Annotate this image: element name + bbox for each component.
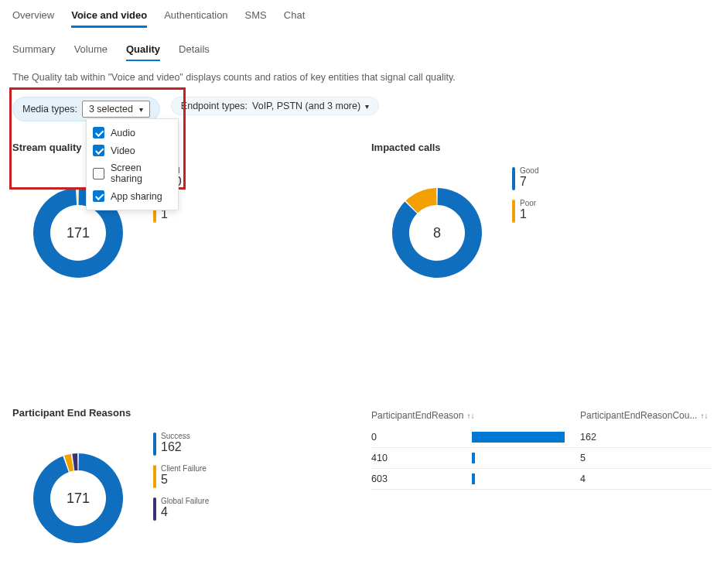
endpoint-types-label: Endpoint types: <box>181 101 248 111</box>
media-option-app-sharing[interactable]: App sharing <box>91 187 173 205</box>
table-cell-count: 162 <box>580 432 712 443</box>
legend-label: Global Failure <box>161 497 209 505</box>
option-label: Audio <box>111 128 135 138</box>
sub-tabs: Summary Volume Quality Details <box>12 42 712 61</box>
checkbox-checked-icon <box>93 145 104 156</box>
option-label: Video <box>111 145 135 156</box>
participant-end-reasons-total: 171 <box>67 491 90 507</box>
tab-voice-and-video[interactable]: Voice and video <box>71 6 147 28</box>
count-bar <box>472 432 565 443</box>
subtab-summary[interactable]: Summary <box>12 42 56 61</box>
stream-quality-total: 171 <box>67 225 90 241</box>
table-cell-reason: 0 <box>371 432 472 443</box>
stream-quality-title: Stream quality <box>12 142 353 153</box>
subtab-quality[interactable]: Quality <box>126 42 160 61</box>
sort-icon[interactable]: ↑↓ <box>700 412 708 420</box>
filters-row: Media types: 3 selected ▾ Audio Video Sc… <box>12 97 712 121</box>
media-types-dropdown: Audio Video Screen sharing App sharing <box>86 118 179 210</box>
legend-item: Client Failure5 <box>153 465 209 488</box>
table-header: ParticipantEndReason ↑↓ ParticipantEndRe… <box>371 407 712 427</box>
impacted-calls-title: Impacted calls <box>371 142 712 153</box>
donut-slice[interactable] <box>77 188 78 205</box>
table-cell-count: 5 <box>580 453 712 463</box>
legend-color-bar <box>512 200 515 223</box>
table-cell-reason: 603 <box>371 473 472 484</box>
endpoint-types-selected-text: VoIP, PSTN (and 3 more) <box>252 101 360 111</box>
subtab-volume[interactable]: Volume <box>74 42 108 61</box>
charts-row-2: Participant End Reasons 171 Success162Cl… <box>12 407 712 564</box>
stream-quality-card: Stream quality 171 Good170Poor1 <box>12 142 353 299</box>
count-bar <box>472 453 475 463</box>
tab-chat[interactable]: Chat <box>284 6 305 28</box>
impacted-calls-card: Impacted calls 8 Good7Poor1 <box>371 142 712 299</box>
participant-end-reasons-donut[interactable]: 171 <box>12 432 144 564</box>
checkbox-checked-icon <box>93 190 104 202</box>
legend-color-bar <box>153 497 156 521</box>
legend-label: Success <box>161 432 190 440</box>
option-label: Screen sharing <box>111 162 172 184</box>
sort-icon[interactable]: ↑↓ <box>466 412 474 420</box>
table-cell-reason: 410 <box>371 453 472 463</box>
participant-end-reasons-title: Participant End Reasons <box>12 407 353 419</box>
table-row[interactable]: 0162 <box>371 427 712 448</box>
legend-value: 1 <box>520 207 536 221</box>
legend-item: Good7 <box>512 167 538 190</box>
legend-label: Client Failure <box>161 465 207 473</box>
legend-value: 162 <box>161 440 190 454</box>
media-option-screen-sharing[interactable]: Screen sharing <box>91 159 173 187</box>
media-option-audio[interactable]: Audio <box>91 124 173 142</box>
legend-label: Good <box>520 167 538 175</box>
table-cell-count: 4 <box>580 473 712 484</box>
checkbox-checked-icon <box>93 127 104 138</box>
endpoint-types-filter[interactable]: Endpoint types: VoIP, PSTN (and 3 more) … <box>171 97 379 115</box>
tab-sms[interactable]: SMS <box>245 6 267 28</box>
participant-end-reasons-card: Participant End Reasons 171 Success162Cl… <box>12 407 353 564</box>
impacted-calls-total: 8 <box>433 225 441 241</box>
media-option-video[interactable]: Video <box>91 142 173 159</box>
legend-value: 5 <box>161 473 207 487</box>
impacted-calls-donut[interactable]: 8 <box>371 167 503 299</box>
legend-item: Global Failure4 <box>153 497 209 521</box>
chevron-down-icon: ▾ <box>139 105 143 114</box>
legend-color-bar <box>153 465 156 488</box>
tab-authentication[interactable]: Authentication <box>164 6 227 28</box>
media-types-select[interactable]: 3 selected ▾ <box>82 101 150 118</box>
legend-color-bar <box>512 167 515 190</box>
quality-description: The Quality tab within "Voice and video"… <box>12 72 712 83</box>
legend-value: 7 <box>520 175 538 189</box>
end-reason-table-card: ParticipantEndReason ↑↓ ParticipantEndRe… <box>371 407 712 564</box>
table-row[interactable]: 6034 <box>371 469 712 490</box>
impacted-calls-legend: Good7Poor1 <box>512 167 538 223</box>
checkbox-unchecked-icon <box>93 168 104 179</box>
option-label: App sharing <box>111 191 162 202</box>
subtab-details[interactable]: Details <box>179 42 210 61</box>
legend-color-bar <box>153 432 156 456</box>
legend-value: 4 <box>161 505 209 519</box>
table-row[interactable]: 4105 <box>371 448 712 469</box>
table-body: 016241056034 <box>371 427 712 490</box>
legend-item: Success162 <box>153 432 209 456</box>
chevron-down-icon: ▾ <box>365 102 369 111</box>
count-bar <box>472 473 475 484</box>
legend-label: Poor <box>520 200 536 207</box>
media-types-selected-text: 3 selected <box>89 104 133 115</box>
table-header-reason[interactable]: ParticipantEndReason <box>371 410 463 421</box>
media-types-label: Media types: <box>22 104 77 115</box>
legend-item: Poor1 <box>512 200 538 223</box>
table-header-count[interactable]: ParticipantEndReasonCou... <box>580 410 697 421</box>
tab-overview[interactable]: Overview <box>12 6 54 28</box>
participant-end-reasons-legend: Success162Client Failure5Global Failure4 <box>153 432 209 521</box>
primary-tabs: Overview Voice and video Authentication … <box>12 6 712 28</box>
